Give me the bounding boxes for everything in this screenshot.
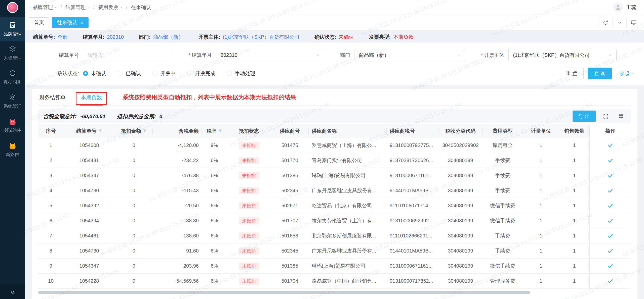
- sidebar-item-hr[interactable]: 人资管理: [0, 41, 25, 65]
- cell-supplier_tax_no: 91440101MA59B...: [387, 243, 438, 258]
- confirm-check-icon[interactable]: [607, 233, 613, 239]
- column-header-deduct_amount[interactable]: 抵扣金额: [115, 124, 153, 138]
- confirm-check-icon[interactable]: [607, 218, 613, 224]
- cell-deduct_status: 未抵扣: [227, 138, 271, 153]
- filter-icon[interactable]: [143, 129, 147, 133]
- search-button[interactable]: 查 询: [588, 68, 612, 79]
- breadcrumb-item[interactable]: 往来确认: [131, 4, 151, 11]
- radio-dot-icon: [187, 71, 192, 76]
- sidebar-item-test-route[interactable]: 测试路由: [0, 113, 25, 137]
- confirm-check-icon[interactable]: [607, 158, 613, 164]
- cell-deduct_amount: 0: [115, 243, 153, 258]
- table-row: 710544610-138.606%未抵扣501658北京鄂尔多斯创展服装有限.…: [38, 228, 631, 243]
- column-settings-icon[interactable]: [616, 111, 626, 121]
- cell-sales_qty: 1: [559, 198, 589, 213]
- user-menu[interactable]: 王蕊: [613, 3, 636, 12]
- cell-bill_no: 1054392: [63, 198, 115, 213]
- column-header-tax_rate[interactable]: 税率: [202, 124, 227, 138]
- filter-panel: 结算单号 结算年月 202310 ∨ 部门 商品部（新）: [25, 42, 644, 85]
- bill-no-input[interactable]: [88, 52, 168, 58]
- sidebar-item-brand[interactable]: 品牌管理: [0, 17, 25, 41]
- radio-手动处理[interactable]: 手动处理: [227, 70, 255, 77]
- cell-deduct_status: 未抵扣: [227, 198, 271, 213]
- invoice-entity-select[interactable]: (1)北京华联（SKP）百货有限公司 ∨: [508, 49, 617, 61]
- cell-deduct_amount: 0: [115, 183, 153, 198]
- collapse-filter-link[interactable]: 收起 ∧: [619, 70, 634, 77]
- chevron-down-icon[interactable]: [612, 17, 626, 28]
- confirm-check-icon[interactable]: [607, 173, 613, 179]
- main-area: 品牌管理∨/结算管理∨/费用发票∨/往来确认 王蕊 首页往来确认× 结算单号:全…: [25, 0, 644, 299]
- cell-tax_amount: -234.22: [153, 153, 202, 168]
- filter-icon[interactable]: [98, 129, 102, 133]
- sidebar-item-label: 数据同步: [4, 79, 22, 85]
- confirm-check-icon[interactable]: [607, 248, 613, 254]
- cell-action: [589, 213, 631, 228]
- export-button[interactable]: 导 出: [573, 111, 596, 122]
- screen-toggle-icon[interactable]: [626, 17, 640, 28]
- horizontal-scrollbar[interactable]: [38, 291, 631, 294]
- close-icon[interactable]: ×: [80, 20, 83, 25]
- avatar: [613, 3, 623, 12]
- radio-已确认[interactable]: 已确认: [118, 70, 141, 77]
- confirm-check-icon[interactable]: [607, 188, 613, 194]
- cell-unit: 1: [523, 198, 559, 213]
- app-logo[interactable]: [0, 0, 25, 15]
- content-card: 财务结算单 本期负数 系统按照费用类型自动抵扣，列表中展示数据为本期无法抵扣的结…: [32, 89, 637, 299]
- column-header-bill_no[interactable]: 结算单号: [63, 124, 115, 138]
- cell-sales_qty: 1: [559, 213, 589, 228]
- confirm-check-icon[interactable]: [607, 142, 613, 148]
- cell-sales_qty: 1: [559, 153, 589, 168]
- confirm-check-icon[interactable]: [607, 278, 613, 284]
- sidebar-collapse-button[interactable]: «: [0, 284, 25, 299]
- cell-bill_no: 1054394: [63, 213, 115, 228]
- summary-field-value: 本期负数: [393, 34, 413, 40]
- filter-row-2: 确认状态: 未确认已确认开票中开票完成手动处理 重 置 查 询 收起 ∧: [25, 68, 634, 79]
- cell-action: [589, 243, 631, 258]
- cell-bill_no: 1054347: [63, 259, 115, 273]
- tab-current-negative[interactable]: 本期负数: [80, 89, 103, 106]
- sidebar-item-settings[interactable]: 系统管理: [0, 89, 25, 113]
- column-label: 计量单位: [531, 128, 551, 134]
- cell-tax_rate: 6%: [202, 259, 227, 273]
- collapse-left-icon: «: [11, 287, 15, 296]
- confirm-check-icon[interactable]: [607, 203, 613, 209]
- radio-开票中[interactable]: 开票中: [152, 70, 176, 77]
- sidebar-item-sync[interactable]: 数据同步: [0, 65, 25, 89]
- page-tab[interactable]: 往来确认×: [52, 17, 89, 28]
- reset-button[interactable]: 重 置: [560, 68, 584, 79]
- status-badge: 未抵扣: [239, 187, 259, 194]
- breadcrumb-item-label: 往来确认: [131, 4, 151, 11]
- summary-field-value: (1)北京华联（SKP）百货有限公司: [223, 34, 299, 40]
- sidebar-item-new-route[interactable]: 新路由: [0, 137, 25, 162]
- period-select[interactable]: 202310 ∨: [216, 49, 324, 61]
- department-select[interactable]: 商品部（新） ∨: [354, 49, 465, 61]
- cell-sales_qty: 1: [559, 228, 589, 243]
- cell-tax_rate: 6%: [202, 213, 227, 228]
- user-name: 王蕊: [626, 4, 636, 11]
- page-tab[interactable]: 首页: [29, 17, 49, 28]
- cell-tax_class_code: 304080199: [438, 259, 482, 273]
- cell-supplier_tax_no: 91310000717852...: [387, 274, 438, 288]
- breadcrumb-item[interactable]: 费用发票∨: [98, 4, 123, 11]
- refresh-icon[interactable]: [598, 17, 612, 28]
- cell-deduct_status: 未抵扣: [227, 168, 271, 183]
- breadcrumb-item[interactable]: 结算管理∨: [65, 4, 90, 11]
- fullscreen-icon[interactable]: [601, 111, 611, 121]
- cell-supplier_name: 北京鄂尔多斯创展服装有限...: [309, 228, 387, 243]
- breadcrumb-item[interactable]: 品牌管理∨: [33, 4, 57, 11]
- cell-no: 3: [38, 168, 63, 183]
- field-period: 结算年月 202310 ∨: [188, 49, 324, 61]
- radio-未确认[interactable]: 未确认: [83, 70, 106, 77]
- table-row: 610543940-88.806%未抵扣501707拉尔夫劳伦咨贸（上海）有..…: [38, 213, 631, 228]
- tab-financial-statement[interactable]: 财务结算单: [38, 89, 67, 106]
- confirm-check-icon[interactable]: [607, 263, 613, 269]
- cell-deduct_status: 未抵扣: [227, 153, 271, 168]
- cell-fee_type: 手续费: [482, 183, 523, 198]
- cell-action: [589, 198, 631, 213]
- cell-action: [589, 259, 631, 273]
- scrollbar-thumb[interactable]: [38, 291, 530, 294]
- radio-开票完成[interactable]: 开票完成: [187, 70, 215, 77]
- filter-icon[interactable]: [218, 129, 222, 133]
- cell-supplier_no: 502345: [271, 243, 309, 258]
- breadcrumb-separator: /: [61, 5, 62, 10]
